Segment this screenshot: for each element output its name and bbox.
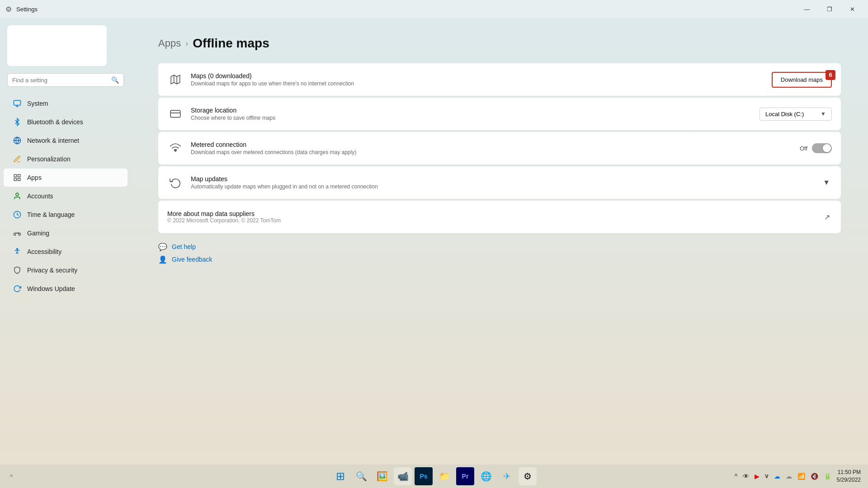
mapupdates-card: Map updates Automatically update maps wh… bbox=[158, 166, 841, 199]
svg-point-19 bbox=[175, 150, 176, 151]
more-text: More about map data suppliers © 2022 Mic… bbox=[167, 210, 822, 224]
nav-icon-privacy bbox=[13, 266, 22, 275]
toggle-knob bbox=[823, 144, 831, 152]
teams-button[interactable]: 📹 bbox=[394, 467, 412, 485]
titlebar-left: ⚙ Settings bbox=[5, 5, 38, 14]
give-feedback-link[interactable]: 👤 Give feedback bbox=[158, 255, 841, 264]
svg-rect-0 bbox=[14, 100, 21, 105]
nav-icon-accessibility bbox=[13, 247, 22, 256]
sidebar-item-system[interactable]: System bbox=[4, 94, 127, 113]
taskbar-time-display: 11:50 PM bbox=[837, 469, 861, 476]
metered-text: Metered connection Download maps over me… bbox=[191, 141, 800, 155]
metered-toggle-area: Off bbox=[800, 143, 832, 153]
titlebar-title: Settings bbox=[16, 6, 38, 13]
nav-label-apps: Apps bbox=[27, 174, 42, 181]
svg-point-15 bbox=[17, 249, 18, 250]
metered-toggle[interactable] bbox=[812, 143, 832, 153]
sidebar-item-personalization[interactable]: Personalization bbox=[4, 150, 127, 168]
svg-rect-8 bbox=[18, 178, 20, 181]
sidebar-item-update[interactable]: Windows Update bbox=[4, 280, 127, 298]
get-help-icon: 💬 bbox=[158, 242, 167, 251]
storage-text: Storage location Choose where to save of… bbox=[191, 107, 760, 121]
mapupdates-expand: ▼ bbox=[821, 177, 832, 188]
taskbar-clock[interactable]: 11:50 PM 5/29/2022 bbox=[837, 469, 861, 484]
sidebar-item-accounts[interactable]: Accounts bbox=[4, 187, 127, 205]
sidebar-item-network[interactable]: Network & internet bbox=[4, 131, 127, 150]
mapupdates-expand-button[interactable]: ▼ bbox=[821, 177, 832, 188]
taskbar-right: ^ 👁 ▶ V ☁ ☁ 📶 🔇 🔋 11:50 PM 5/29/2022 bbox=[733, 469, 861, 484]
breadcrumb-parent[interactable]: Apps bbox=[158, 38, 181, 49]
restore-button[interactable]: ❐ bbox=[819, 2, 840, 16]
nav-label-accessibility: Accessibility bbox=[27, 248, 61, 255]
taskbar-date-display: 5/29/2022 bbox=[837, 476, 861, 484]
sidebar-item-apps[interactable]: Apps bbox=[4, 169, 127, 187]
minimize-button[interactable]: — bbox=[797, 2, 817, 16]
tray-onedrive[interactable]: ☁ bbox=[772, 472, 782, 481]
storage-location-select[interactable]: Local Disk (C:) ▼ bbox=[760, 108, 832, 121]
maps-text: Maps (0 downloaded) Download maps for ap… bbox=[191, 72, 772, 87]
tray-youtube[interactable]: ▶ bbox=[753, 472, 761, 481]
start-button[interactable]: ⊞ bbox=[331, 467, 349, 485]
sidebar-item-gaming[interactable]: Gaming bbox=[4, 224, 127, 242]
mapupdates-title: Map updates bbox=[191, 175, 821, 183]
tray-v[interactable]: V bbox=[763, 473, 770, 480]
maps-desc: Download maps for apps to use when there… bbox=[191, 80, 772, 87]
tray-battery[interactable]: 🔋 bbox=[822, 472, 833, 481]
taskbar-expand-icon[interactable]: ^ bbox=[7, 471, 15, 482]
nav-container: System Bluetooth & devices Network & int… bbox=[0, 94, 131, 298]
search-input[interactable] bbox=[12, 77, 108, 84]
maps-card: Maps (0 downloaded) Download maps for ap… bbox=[158, 63, 841, 96]
nav-icon-apps bbox=[13, 173, 22, 182]
nav-icon-system bbox=[13, 99, 22, 108]
metered-desc: Download maps over metered connections (… bbox=[191, 149, 800, 155]
settings-icon: ⚙ bbox=[5, 5, 12, 14]
nav-icon-bluetooth bbox=[13, 117, 22, 127]
external-link-button[interactable]: ↗ bbox=[822, 211, 832, 223]
tray-volume[interactable]: 🔇 bbox=[809, 472, 820, 481]
download-maps-button[interactable]: Download maps bbox=[772, 72, 832, 88]
sidebar-item-time[interactable]: Time & language bbox=[4, 206, 127, 224]
tray-eye[interactable]: 👁 bbox=[741, 472, 751, 481]
sidebar-item-accessibility[interactable]: Accessibility bbox=[4, 243, 127, 261]
metered-title: Metered connection bbox=[191, 141, 800, 148]
taskbar-center: ⊞ 🔍 🖼️ 📹 Ps 📁 Pr 🌐 ✈ ⚙ bbox=[331, 467, 537, 485]
photoshop-button[interactable]: Ps bbox=[415, 467, 433, 485]
taskbar: ^ ⊞ 🔍 🖼️ 📹 Ps 📁 Pr 🌐 ✈ ⚙ ^ 👁 ▶ V ☁ ☁ 📶 🔇… bbox=[0, 465, 868, 488]
storage-value: Local Disk (C:) bbox=[765, 111, 804, 117]
metered-toggle-label: Off bbox=[800, 145, 807, 152]
maps-icon bbox=[167, 71, 184, 88]
mapupdates-icon bbox=[167, 174, 184, 191]
breadcrumb-current: Offline maps bbox=[193, 36, 269, 51]
settings-taskbar-button[interactable]: ⚙ bbox=[519, 467, 537, 485]
chrome-button[interactable]: 🌐 bbox=[477, 467, 495, 485]
tray-expand[interactable]: ^ bbox=[733, 472, 740, 481]
metered-card: Metered connection Download maps over me… bbox=[158, 132, 841, 164]
premiere-button[interactable]: Pr bbox=[456, 467, 474, 485]
telegram-button[interactable]: ✈ bbox=[498, 467, 516, 485]
sidebar: 🔍 System Bluetooth & devices Network & i… bbox=[0, 18, 131, 465]
give-feedback-icon: 👤 bbox=[158, 255, 167, 264]
more-title: More about map data suppliers bbox=[167, 210, 822, 217]
search-taskbar-button[interactable]: 🔍 bbox=[352, 467, 370, 485]
nav-icon-personalization bbox=[13, 155, 22, 164]
breadcrumb-separator: › bbox=[185, 39, 188, 48]
svg-rect-6 bbox=[18, 174, 20, 177]
tray-wifi[interactable]: 📶 bbox=[796, 472, 807, 481]
taskview-button[interactable]: 🖼️ bbox=[373, 467, 391, 485]
metered-toggle-container: Off bbox=[800, 143, 832, 153]
sidebar-item-privacy[interactable]: Privacy & security bbox=[4, 261, 127, 279]
more-sub: © 2022 Microsoft Corporation, © 2022 Tom… bbox=[167, 217, 822, 224]
nav-label-personalization: Personalization bbox=[27, 155, 71, 163]
tray-onedrive2[interactable]: ☁ bbox=[784, 472, 794, 481]
get-help-link[interactable]: 💬 Get help bbox=[158, 242, 841, 251]
help-section: 💬 Get help 👤 Give feedback bbox=[158, 242, 841, 264]
svg-rect-18 bbox=[170, 110, 180, 117]
mapupdates-row: Map updates Automatically update maps wh… bbox=[158, 166, 841, 199]
sidebar-item-bluetooth[interactable]: Bluetooth & devices bbox=[4, 113, 127, 131]
close-button[interactable]: ✕ bbox=[842, 2, 863, 16]
window-body: 🔍 System Bluetooth & devices Network & i… bbox=[0, 18, 868, 465]
badge-number: 6 bbox=[826, 70, 835, 80]
files-button[interactable]: 📁 bbox=[435, 467, 453, 485]
search-box[interactable]: 🔍 bbox=[7, 73, 124, 87]
nav-label-bluetooth: Bluetooth & devices bbox=[27, 118, 83, 126]
